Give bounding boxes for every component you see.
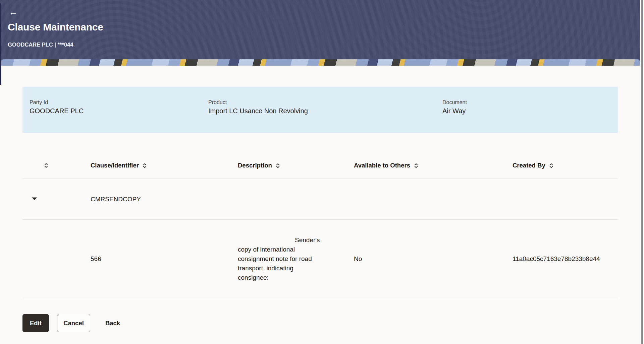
clause-identifier-cell: CMRSENDCOPY <box>91 196 141 203</box>
back-footer-button[interactable]: Back <box>101 314 125 332</box>
created-by-cell: 11a0ac05c7163e78b233b8e44 <box>513 255 600 263</box>
left-edge-accent <box>0 3 1 85</box>
sort-icon <box>44 163 48 168</box>
party-id-label: Party Id <box>30 99 84 106</box>
description-cell: Sender's copy of international consignme… <box>238 235 318 282</box>
party-id-value: GOODCARE PLC <box>30 107 84 115</box>
clause-group-row: CMRSENDCOPY <box>22 179 618 220</box>
product-label: Product <box>208 99 308 106</box>
clause-identifier-cell: 566 <box>91 255 101 263</box>
decorative-pattern-strip <box>1 59 640 66</box>
page-header: ← Clause Maintenance GOODCARE PLC | ***0… <box>0 0 640 66</box>
party-id-field: Party Id GOODCARE PLC <box>30 99 84 115</box>
column-header-created-by[interactable]: Created By <box>513 162 553 169</box>
sort-icon <box>549 163 553 168</box>
clause-detail-row: 566 Sender's copy of international consi… <box>22 220 618 298</box>
document-value: Air Way <box>442 107 467 115</box>
back-arrow-icon: ← <box>9 7 18 17</box>
available-to-others-cell: No <box>354 255 362 263</box>
expand-row-button[interactable] <box>31 194 43 204</box>
document-label: Document <box>442 99 467 106</box>
vertical-scrollbar-thumb[interactable] <box>641 0 643 344</box>
table-header-row: Clause/Identifier Description Available … <box>22 152 618 179</box>
sort-icon <box>143 163 147 168</box>
cancel-button[interactable]: Cancel <box>57 314 90 332</box>
vertical-scrollbar-track[interactable] <box>640 0 644 344</box>
product-field: Product Import LC Usance Non Revolving <box>208 99 308 115</box>
triangle-down-icon <box>31 197 38 202</box>
sort-icon <box>276 163 280 168</box>
column-label: Created By <box>513 162 545 169</box>
summary-panel: Party Id GOODCARE PLC Product Import LC … <box>22 87 618 133</box>
column-label: Available to Others <box>354 162 410 169</box>
sort-icon <box>414 163 418 168</box>
edit-button[interactable]: Edit <box>22 314 49 332</box>
document-field: Document Air Way <box>442 99 467 115</box>
back-button[interactable]: ← <box>9 6 22 18</box>
column-label: Description <box>238 162 272 169</box>
column-label: Clause/Identifier <box>91 162 139 169</box>
party-subtitle: GOODCARE PLC | ***044 <box>8 42 73 48</box>
column-header-sort-blank[interactable] <box>44 163 48 168</box>
clause-table: Clause/Identifier Description Available … <box>22 152 618 298</box>
page-title: Clause Maintenance <box>8 21 103 33</box>
product-value: Import LC Usance Non Revolving <box>208 107 308 115</box>
column-header-clause-identifier[interactable]: Clause/Identifier <box>91 162 147 169</box>
column-header-available-to-others[interactable]: Available to Others <box>354 162 418 169</box>
column-header-description[interactable]: Description <box>238 162 280 169</box>
clause-maintenance-screen: ← Clause Maintenance GOODCARE PLC | ***0… <box>0 0 644 344</box>
